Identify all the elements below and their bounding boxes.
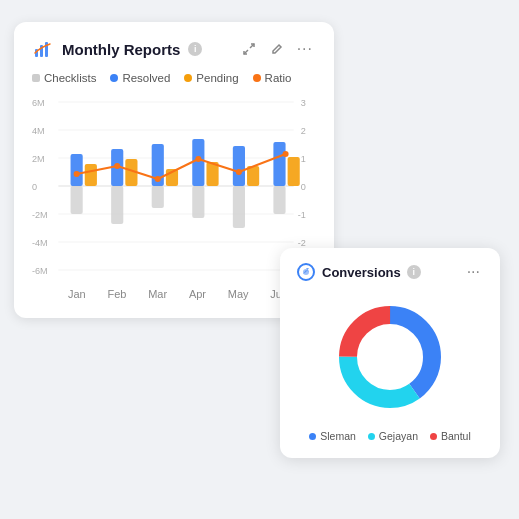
- card-actions: ···: [239, 38, 316, 60]
- svg-text:4M: 4M: [32, 126, 45, 136]
- svg-text:6M: 6M: [32, 98, 45, 108]
- svg-point-45: [155, 176, 161, 182]
- svg-rect-40: [192, 186, 204, 218]
- svg-text:2M: 2M: [32, 154, 45, 164]
- chart-area: 6M 4M 2M 0 -2M -4M -6M 3 2 1 0 -1 -2: [32, 94, 316, 284]
- x-label-may: May: [228, 288, 249, 300]
- gejayan-dot: [368, 433, 375, 440]
- sleman-dot: [309, 433, 316, 440]
- legend-pending: Pending: [184, 72, 238, 84]
- x-label-feb: Feb: [107, 288, 126, 300]
- svg-point-46: [195, 156, 201, 162]
- legend-gejayan: Gejayan: [368, 430, 418, 442]
- legend-sleman: Sleman: [309, 430, 356, 442]
- card-header: Monthly Reports i ···: [32, 38, 316, 60]
- svg-point-48: [283, 151, 289, 157]
- monthly-reports-title: Monthly Reports: [62, 41, 180, 58]
- svg-rect-37: [71, 186, 83, 214]
- x-label-apr: Apr: [189, 288, 206, 300]
- chart-svg: 6M 4M 2M 0 -2M -4M -6M 3 2 1 0 -1 -2: [32, 94, 316, 284]
- legend-ratio: Ratio: [253, 72, 292, 84]
- svg-text:2: 2: [301, 126, 306, 136]
- svg-rect-39: [152, 186, 164, 208]
- x-label-mar: Mar: [148, 288, 167, 300]
- svg-text:3: 3: [301, 98, 306, 108]
- svg-rect-36: [288, 157, 300, 186]
- conversions-card: Conversions i ··· Sleman Gejayan B: [280, 248, 500, 458]
- conversions-title: Conversions: [322, 265, 401, 280]
- donut-svg: [330, 297, 450, 417]
- bantul-dot: [430, 433, 437, 440]
- donut-chart: [296, 292, 484, 422]
- legend-resolved: Resolved: [110, 72, 170, 84]
- svg-point-43: [74, 171, 80, 177]
- svg-text:-2: -2: [298, 238, 306, 248]
- svg-text:-6M: -6M: [32, 266, 48, 276]
- x-axis-labels: Jan Feb Mar Apr May Jun: [32, 288, 316, 300]
- conversion-icon: [296, 262, 316, 282]
- svg-text:1: 1: [301, 154, 306, 164]
- svg-text:-2M: -2M: [32, 210, 48, 220]
- legend-checklists-dot: [32, 74, 40, 82]
- svg-point-44: [114, 163, 120, 169]
- expand-button[interactable]: [239, 40, 259, 58]
- svg-text:0: 0: [32, 182, 37, 192]
- legend-ratio-dot: [253, 74, 261, 82]
- edit-button[interactable]: [267, 41, 286, 58]
- svg-rect-25: [71, 154, 83, 186]
- svg-rect-28: [192, 139, 204, 186]
- svg-rect-31: [85, 164, 97, 186]
- svg-text:0: 0: [301, 182, 306, 192]
- svg-point-54: [360, 327, 420, 387]
- svg-rect-38: [111, 186, 123, 224]
- x-label-jan: Jan: [68, 288, 86, 300]
- svg-rect-30: [273, 142, 285, 186]
- more-button[interactable]: ···: [294, 38, 316, 60]
- chart-legend: Checklists Resolved Pending Ratio: [32, 72, 316, 84]
- svg-point-47: [236, 169, 242, 175]
- legend-bantul: Bantul: [430, 430, 471, 442]
- svg-rect-42: [273, 186, 285, 214]
- conversions-more-button[interactable]: ···: [463, 262, 484, 282]
- svg-rect-29: [233, 146, 245, 186]
- legend-checklists: Checklists: [32, 72, 96, 84]
- conversions-header: Conversions i ···: [296, 262, 484, 282]
- info-icon: i: [188, 42, 202, 56]
- conversions-title-group: Conversions i: [296, 262, 421, 282]
- conversions-info-icon: i: [407, 265, 421, 279]
- svg-point-50: [303, 269, 309, 275]
- chart-icon: [32, 38, 54, 60]
- svg-rect-41: [233, 186, 245, 228]
- conversions-legend: Sleman Gejayan Bantul: [296, 430, 484, 442]
- legend-resolved-dot: [110, 74, 118, 82]
- title-group: Monthly Reports i: [32, 38, 202, 60]
- svg-text:-4M: -4M: [32, 238, 48, 248]
- legend-pending-dot: [184, 74, 192, 82]
- svg-text:-1: -1: [298, 210, 306, 220]
